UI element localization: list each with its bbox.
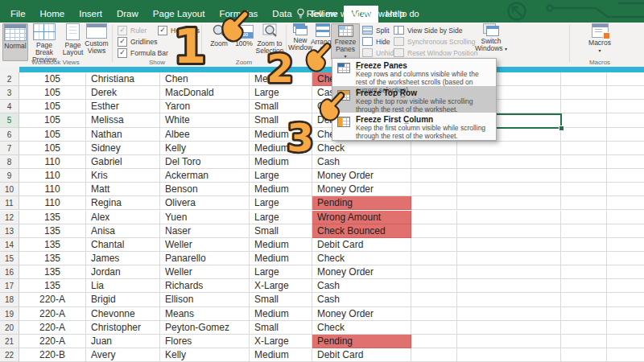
cell[interactable] [457, 307, 561, 321]
cell[interactable]: Richards [160, 279, 250, 293]
cell[interactable]: 110 [19, 183, 86, 196]
cell[interactable]: Chen [160, 72, 250, 86]
cell[interactable] [411, 265, 457, 279]
row-header-6[interactable]: 6 [0, 128, 19, 142]
cell[interactable] [607, 224, 644, 238]
cell[interactable]: Matt [86, 183, 160, 196]
row-header-11[interactable]: 11 [0, 196, 19, 210]
row-header-13[interactable]: 13 [0, 224, 19, 238]
cell[interactable] [457, 348, 561, 362]
menu-item-freeze-first-column[interactable]: Freeze First C̲olumn Keep the first colu… [332, 113, 496, 140]
cell[interactable] [561, 307, 607, 321]
cell[interactable]: Del Toro [160, 155, 250, 169]
cell[interactable]: Large [250, 211, 312, 224]
cell[interactable] [561, 169, 607, 183]
cell[interactable]: Yuen [160, 211, 250, 224]
cell[interactable]: 220-A [19, 307, 86, 321]
cell[interactable] [607, 183, 644, 196]
cell[interactable]: Kris [86, 169, 160, 183]
cell[interactable]: Money Order [312, 307, 411, 321]
cell[interactable] [457, 238, 561, 252]
cell[interactable]: Jordan [86, 265, 160, 279]
cell[interactable]: Money Order [312, 183, 411, 196]
cell[interactable]: Medium [250, 128, 312, 142]
cell[interactable]: Pending [312, 196, 411, 210]
gridlines-checkbox[interactable]: ✓ Gridlines [118, 37, 158, 47]
cell[interactable] [561, 279, 607, 293]
synchronous-scrolling-button[interactable]: Synchronous Scrolling [394, 37, 476, 46]
cell[interactable] [607, 86, 644, 100]
menu-item-freeze-top-row[interactable]: Freeze Top R̲ow Keep the top row visible… [332, 86, 496, 113]
cell[interactable]: Medium [250, 307, 312, 321]
cell[interactable]: Kelly [160, 348, 250, 362]
row-header-5[interactable]: 5 [0, 113, 19, 127]
cell[interactable]: 110 [19, 155, 86, 169]
cell[interactable]: Cash [312, 279, 411, 293]
cell[interactable]: Weller [160, 238, 250, 252]
row-header-19[interactable]: 19 [0, 307, 19, 321]
zoom-100-button[interactable]: 100% [233, 23, 255, 47]
cell[interactable] [561, 224, 607, 238]
row-header-16[interactable]: 16 [0, 265, 19, 279]
cell[interactable] [411, 142, 457, 155]
tab-data[interactable]: Data [265, 6, 299, 23]
cell[interactable]: Medium [250, 252, 312, 265]
freeze-panes-button[interactable]: Freeze Panes ▾ [331, 23, 360, 60]
cell[interactable]: Derek [86, 86, 160, 100]
row-header-8[interactable]: 8 [0, 155, 19, 169]
cell[interactable] [607, 348, 644, 362]
cell[interactable]: 105 [19, 100, 86, 113]
cell[interactable]: Medium [250, 155, 312, 169]
cell[interactable] [411, 238, 457, 252]
cell[interactable] [607, 293, 644, 306]
cell[interactable] [411, 196, 457, 210]
tab-page-layout[interactable]: Page Layout [146, 6, 213, 23]
cell[interactable] [561, 86, 607, 100]
cell[interactable]: Chevonne [86, 307, 160, 321]
cell[interactable]: Cash [312, 155, 411, 169]
cell[interactable]: Christopher [86, 321, 160, 335]
cell[interactable]: 135 [19, 265, 86, 279]
cell[interactable]: 105 [19, 72, 86, 86]
cell[interactable] [561, 142, 607, 155]
macros-button[interactable]: Macros▾ [581, 23, 618, 54]
cell[interactable]: Small [250, 321, 312, 335]
cell[interactable]: 135 [19, 279, 86, 293]
cell[interactable]: Large [250, 196, 312, 210]
cell[interactable] [607, 169, 644, 183]
cell[interactable] [411, 224, 457, 238]
cell[interactable] [561, 293, 607, 306]
cell[interactable]: Lia [86, 279, 160, 293]
cell[interactable] [561, 113, 607, 127]
cell[interactable] [457, 335, 561, 348]
cell[interactable]: Olivera [160, 196, 250, 210]
cell[interactable]: Sidney [86, 142, 160, 155]
cell[interactable] [457, 293, 561, 306]
cell[interactable]: Check Bounced [312, 224, 411, 238]
cell[interactable] [561, 183, 607, 196]
cell[interactable]: Medium [250, 348, 312, 362]
cell[interactable] [561, 335, 607, 348]
cell[interactable] [561, 72, 607, 86]
cell[interactable] [561, 252, 607, 265]
row-header-21[interactable]: 21 [0, 335, 19, 348]
cell[interactable]: Debit Card [312, 238, 411, 252]
cell[interactable] [457, 169, 561, 183]
row-header-2[interactable]: 2 [0, 72, 19, 86]
cell[interactable] [607, 142, 644, 155]
cell[interactable] [561, 128, 607, 142]
cell[interactable] [607, 321, 644, 335]
cell[interactable]: Medium [250, 142, 312, 155]
reset-window-position-button[interactable]: Reset Window Position [394, 48, 477, 57]
row-header-12[interactable]: 12 [0, 211, 19, 224]
row-header-7[interactable]: 7 [0, 142, 19, 155]
cell[interactable]: Money Order [312, 265, 411, 279]
cell[interactable] [457, 155, 561, 169]
cell[interactable]: Check [312, 321, 411, 335]
cell[interactable] [561, 155, 607, 169]
cell[interactable] [607, 72, 644, 86]
cell[interactable] [561, 321, 607, 335]
cell[interactable] [607, 155, 644, 169]
row-header-3[interactable]: 3 [0, 86, 19, 100]
cell[interactable] [607, 265, 644, 279]
